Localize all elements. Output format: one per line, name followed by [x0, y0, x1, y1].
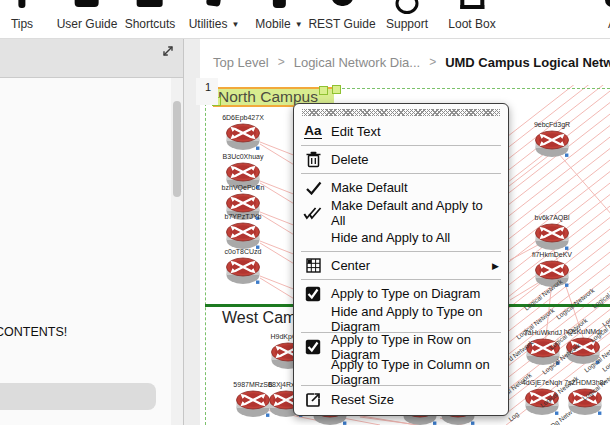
toolbar-item-label: User Guide: [57, 17, 118, 31]
router-icon: [225, 221, 261, 251]
device-label: 6D6Epb427X: [222, 114, 264, 122]
toolbar-item-label: Shortcuts: [125, 17, 176, 31]
menu-item-apply-to-type-on-diagram[interactable]: Apply to Type on Diagram: [294, 281, 508, 306]
menu-item-icon-slot: Aa: [302, 122, 324, 141]
contents-label: CONTENTS!: [0, 325, 67, 339]
device-label: B3Uc0Xhuay: [223, 153, 264, 161]
breadcrumb-item[interactable]: Logical Network Dia...: [294, 55, 420, 70]
edit-text-icon: Aa: [304, 124, 321, 139]
breadcrumb-separator: >: [429, 55, 436, 69]
toolbar-item-rest-guide[interactable]: REST Guide: [308, 0, 375, 31]
menu-item-icon-slot: [302, 390, 324, 409]
menu-item-icon-slot: [302, 256, 324, 275]
menu-item-icon-slot: [302, 284, 324, 303]
caret-down-icon: ▼: [295, 20, 303, 29]
menu-item-reset-size[interactable]: Reset Size: [294, 387, 508, 412]
router-icon: [235, 389, 271, 419]
device-label: fi7HkmDeKV: [532, 251, 572, 259]
menu-item-icon-slot: [302, 228, 324, 247]
toolbar-item-tips[interactable]: Tips: [11, 0, 33, 31]
toolbar-item-label: Support: [386, 17, 428, 31]
menu-item-apply-to-type-in-column-on-diagram[interactable]: Apply to Type in Column on Diagram: [294, 359, 508, 384]
menu-item-icon-slot: [302, 362, 324, 381]
router-icon: [225, 256, 261, 286]
sidebar-scrollbar-thumb[interactable]: [173, 101, 181, 197]
menu-item-label: Hide and Apply to All: [331, 230, 450, 245]
toolbar-item-label: Mobile: [255, 17, 290, 31]
device-label: bv6k7AQBl: [534, 214, 569, 222]
toolbar-item-loot-box[interactable]: Loot Box: [448, 0, 495, 31]
menu-item-hide-and-apply-to-all[interactable]: Hide and Apply to All: [294, 225, 508, 250]
double-check-icon: [303, 206, 323, 220]
menu-item-icon-slot: [302, 309, 324, 328]
toolbar-item-user-guide[interactable]: User Guide: [57, 0, 118, 31]
menu-divider: [301, 173, 501, 174]
selection-handle[interactable]: [332, 85, 341, 94]
toolbar-item-label: Utilities: [189, 17, 228, 31]
menu-item-make-default[interactable]: Make Default: [294, 175, 508, 200]
expand-diagonal-icon[interactable]: [161, 44, 175, 58]
menu-item-icon-slot: [302, 203, 324, 222]
menu-item-label: Edit Text: [331, 124, 381, 139]
selection-handle[interactable]: [319, 86, 328, 95]
toolbar-item-label: Tips: [11, 17, 33, 31]
diagram-row-header[interactable]: 1: [196, 78, 218, 105]
network-device[interactable]: c0oT8CUzd: [225, 248, 261, 290]
center-icon: [306, 258, 321, 273]
menu-item-center[interactable]: Center▶: [294, 253, 508, 278]
toolbar-item-support[interactable]: Support: [386, 0, 428, 31]
toolbar-item-label: Loot Box: [448, 17, 495, 31]
menu-item-icon-slot: [302, 178, 324, 197]
device-label: bzhVQePoCn: [222, 184, 265, 192]
caret-down-icon: ▼: [231, 20, 239, 29]
network-device[interactable]: 6D6Epb427X: [225, 114, 261, 156]
menu-item-label: Center: [331, 258, 370, 273]
device-label: 9ebcFd3gR: [534, 121, 570, 129]
mobile-icon: [273, 0, 286, 8]
toolbar-item-label: REST Guide: [308, 17, 375, 31]
checkbox-checked-icon: [305, 286, 321, 302]
contents-sidebar: CONTENTS!: [0, 39, 184, 425]
menu-drag-handle[interactable]: [302, 109, 500, 116]
toolbar-item-shortcuts[interactable]: Shortcuts: [125, 0, 176, 31]
container-left-border: [205, 88, 206, 425]
network-device[interactable]: bv6k7AQBl: [534, 214, 570, 256]
network-device[interactable]: 9ebcFd3gR: [534, 121, 570, 163]
menu-item-make-default-and-apply-to-all[interactable]: Make Default and Apply to All: [294, 200, 508, 225]
user-guide-icon: [75, 0, 99, 7]
menu-item-label: Apply to Type in Column on Diagram: [331, 357, 500, 387]
check-icon: [305, 181, 322, 195]
toolbar-item-utilities[interactable]: Utilities▼: [189, 0, 240, 31]
menu-item-icon-slot: [302, 337, 324, 356]
sidebar-horizontal-bar[interactable]: [0, 383, 156, 410]
menu-item-label: Hide and Apply to Type on Diagram: [331, 304, 500, 334]
support-icon: [396, 0, 419, 14]
menu-item-edit-text[interactable]: AaEdit Text: [294, 119, 508, 144]
sidebar-header: [0, 39, 183, 78]
menu-item-label: Make Default and Apply to All: [331, 198, 500, 228]
shortcuts-icon: [137, 0, 163, 7]
menu-item-label: Delete: [331, 152, 369, 167]
menu-item-hide-and-apply-to-type-on-diagram[interactable]: Hide and Apply to Type on Diagram: [294, 306, 508, 331]
menu-item-label: Apply to Type on Diagram: [331, 286, 480, 301]
menu-item-apply-to-type-in-row-on-diagram[interactable]: Apply to Type in Row on Diagram: [294, 334, 508, 359]
rest-guide-icon: [331, 0, 353, 6]
router-icon: [534, 129, 570, 159]
toolbar-item-mobile[interactable]: Mobile▼: [255, 0, 302, 31]
menu-item-label: Reset Size: [331, 392, 394, 407]
breadcrumb-item[interactable]: UMD Campus Logical Network: [445, 55, 610, 70]
account-icon: [605, 0, 610, 7]
menu-item-delete[interactable]: Delete: [294, 147, 508, 172]
router-icon: [534, 222, 570, 252]
device-label: c0oT8CUzd: [225, 248, 262, 256]
network-device[interactable]: 5987MRzSB: [235, 381, 271, 423]
breadcrumb-separator: >: [278, 55, 285, 69]
reset-size-icon: [305, 392, 321, 408]
breadcrumb-item[interactable]: Top Level: [213, 55, 269, 70]
top-toolbar: TipsUser GuideShortcutsUtilities▼Mobile▼…: [0, 0, 610, 39]
device-label: b7YPzTJYb: [225, 213, 262, 221]
checkbox-checked-icon: [305, 339, 321, 355]
utilities-icon: [206, 0, 222, 7]
breadcrumb: Top Level>Logical Network Dia...>UMD Cam…: [200, 39, 610, 85]
menu-divider: [301, 251, 501, 252]
